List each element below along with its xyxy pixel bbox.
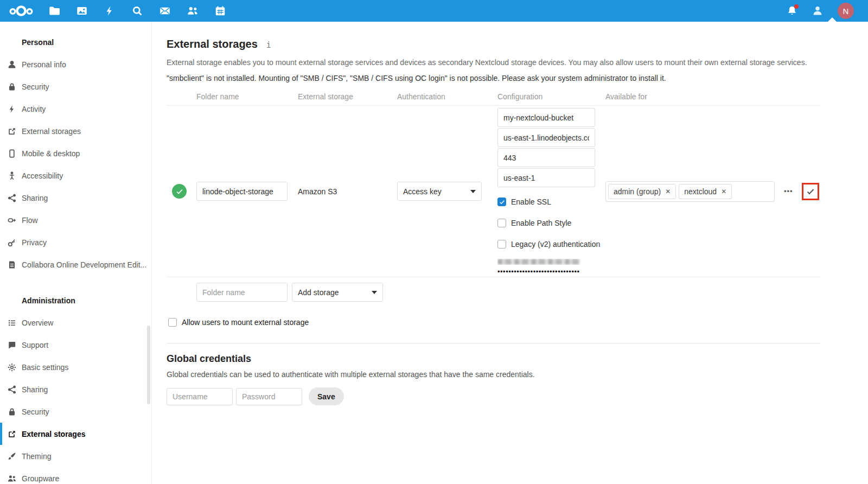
top-bar: N [0, 0, 868, 22]
col-folder-name: Folder name [196, 92, 298, 101]
checkbox-unchecked-icon[interactable] [168, 318, 177, 327]
sidebar-item-basic-settings[interactable]: Basic settings [0, 356, 151, 378]
save-button[interactable]: Save [309, 387, 344, 405]
sidebar-item-label: Privacy [22, 238, 47, 247]
info-icon[interactable]: i [266, 40, 271, 50]
enable-ssl-checkbox[interactable]: Enable SSL [497, 195, 605, 208]
sidebar-item-overview[interactable]: Overview [0, 311, 151, 334]
sidebar-item-external-storages-admin[interactable]: External storages [0, 423, 151, 445]
region-input[interactable] [497, 168, 595, 187]
nextcloud-logo[interactable] [9, 4, 34, 17]
port-input[interactable] [497, 148, 595, 167]
chip-label: admin (group) [614, 187, 661, 196]
row-options-icon[interactable]: ••• [784, 187, 793, 195]
sidebar-item-label: Security [22, 82, 49, 91]
save-storage-button[interactable] [802, 183, 819, 200]
sidebar-item-label: Personal info [22, 60, 66, 69]
settings-menu-caret [828, 17, 837, 22]
table-header: Folder name External storage Authenticat… [167, 92, 820, 106]
checkbox-unchecked-icon[interactable] [497, 219, 506, 227]
legacy-auth-checkbox[interactable]: Legacy (v2) authentication [497, 238, 605, 251]
add-storage-select[interactable]: Add storage [292, 283, 383, 302]
sidebar-item-personal-info[interactable]: Personal info [0, 53, 151, 75]
col-authentication: Authentication [397, 92, 497, 101]
sidebar-item-label: Sharing [22, 194, 48, 202]
sidebar-item-label: Collabora Online Development Edit... [22, 260, 146, 269]
sidebar-item-mobile-desktop[interactable]: Mobile & desktop [0, 142, 151, 164]
description-text: External storage enables you to mount ex… [167, 58, 820, 67]
external-storage-type: Amazon S3 [298, 187, 397, 196]
checkbox-unchecked-icon[interactable] [497, 240, 506, 249]
global-credentials-section: Global credentials Global credentials ca… [167, 343, 820, 405]
avatar[interactable]: N [838, 3, 854, 19]
available-for-input[interactable]: admin (group) ✕ nextcloud ✕ [605, 181, 775, 202]
mail-icon[interactable] [159, 5, 170, 16]
sidebar-item-label: Accessibility [22, 171, 63, 180]
enable-path-style-checkbox[interactable]: Enable Path Style [497, 216, 605, 230]
external-storage-table: Folder name External storage Authenticat… [167, 92, 820, 302]
checkbox-checked-icon[interactable] [497, 198, 506, 206]
status-ok-badge [172, 184, 187, 199]
sidebar-item-sharing-personal[interactable]: Sharing [0, 187, 151, 209]
legacy-auth-label: Legacy (v2) authentication [511, 240, 600, 249]
hostname-input[interactable] [497, 128, 595, 147]
allow-users-checkbox[interactable]: Allow users to mount external storage [167, 316, 820, 329]
sidebar-item-collabora[interactable]: Collabora Online Development Edit... [0, 253, 151, 276]
sidebar-caption-administration: Administration [0, 288, 151, 311]
sidebar-item-security-personal[interactable]: Security [0, 75, 151, 98]
sidebar-item-security-admin[interactable]: Security [0, 400, 151, 423]
sidebar-item-flow[interactable]: Flow [0, 209, 151, 231]
sidebar-item-groupware[interactable]: Groupware [0, 467, 151, 484]
col-external-storage: External storage [298, 92, 397, 101]
sidebar-item-external-storages-personal[interactable]: External storages [0, 120, 151, 142]
sidebar-item-label: Theming [22, 452, 51, 461]
available-for-chip: admin (group) ✕ [608, 184, 676, 199]
sidebar-item-label: Sharing [22, 385, 48, 394]
notifications-bell-icon[interactable] [787, 5, 797, 16]
sidebar-item-sharing-admin[interactable]: Sharing [0, 378, 151, 400]
global-username-input[interactable] [167, 388, 233, 405]
enable-path-style-label: Enable Path Style [511, 219, 571, 227]
sidebar-item-activity[interactable]: Activity [0, 98, 151, 120]
sidebar-item-label: External storages [22, 430, 86, 438]
col-configuration: Configuration [497, 92, 605, 101]
access-key-input[interactable] [497, 259, 595, 265]
sidebar-item-theming[interactable]: Theming [0, 445, 151, 467]
remove-chip-icon[interactable]: ✕ [721, 188, 726, 195]
smbclient-warning-text: "smbclient" is not installed. Mounting o… [167, 74, 820, 82]
calendar-icon[interactable] [215, 5, 226, 16]
sidebar-item-support[interactable]: Support [0, 334, 151, 356]
remove-chip-icon[interactable]: ✕ [665, 188, 671, 195]
activity-icon[interactable] [104, 5, 115, 16]
sidebar-item-label: External storages [22, 127, 81, 136]
sidebar-item-accessibility[interactable]: Accessibility [0, 164, 151, 187]
folder-name-input[interactable] [196, 182, 288, 201]
sidebar-item-label: Flow [22, 216, 38, 225]
sidebar-item-label: Overview [22, 319, 53, 327]
sidebar-item-privacy[interactable]: Privacy [0, 231, 151, 253]
sidebar-item-label: Mobile & desktop [22, 149, 80, 158]
sidebar-item-label: Basic settings [22, 363, 68, 372]
search-icon[interactable] [132, 5, 143, 16]
available-for-chip: nextcloud ✕ [679, 184, 732, 199]
photos-icon[interactable] [76, 5, 87, 16]
bucket-input[interactable] [497, 108, 595, 127]
sidebar-item-label: Support [22, 341, 48, 349]
global-password-input[interactable] [236, 388, 302, 405]
files-icon[interactable] [49, 5, 60, 16]
add-storage-row: Add storage [196, 283, 820, 302]
page-title: External storages [167, 38, 258, 50]
secret-key-input[interactable]: •••••••••••••••••••••••••••••• [497, 266, 595, 276]
sidebar-scrollbar[interactable] [147, 326, 150, 404]
new-folder-name-input[interactable] [196, 283, 288, 302]
contacts-menu-icon[interactable] [812, 5, 823, 16]
global-credentials-description: Global credentials can be used to authen… [167, 370, 820, 379]
sidebar-item-label: Groupware [22, 474, 59, 483]
contacts-icon[interactable] [187, 5, 198, 16]
chevron-down-icon [372, 291, 377, 294]
sidebar-item-label: Security [22, 407, 49, 416]
authentication-select[interactable]: Access key [397, 182, 482, 201]
app-menu [49, 5, 226, 16]
masked-secret-key: •••••••••••••••••••••••••••••• [497, 266, 580, 276]
notification-dot [794, 4, 799, 9]
